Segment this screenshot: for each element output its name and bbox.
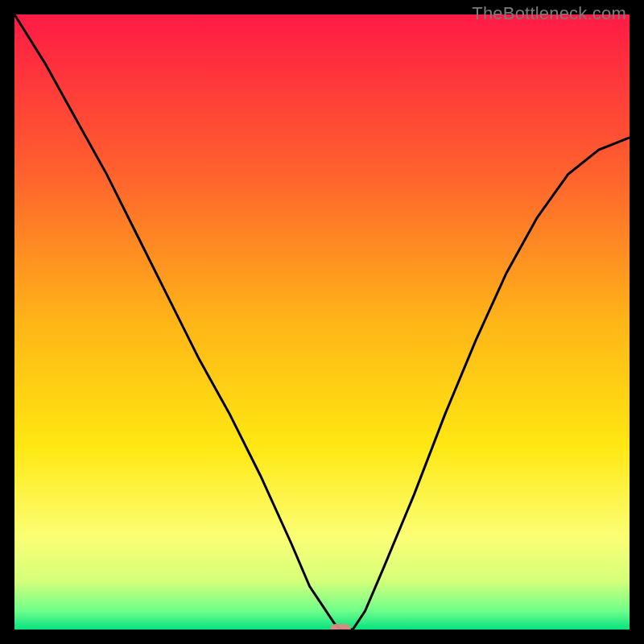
chart-frame: TheBottleneck.com <box>0 0 644 644</box>
bottleneck-curve <box>14 14 630 630</box>
watermark-text: TheBottleneck.com <box>472 3 626 24</box>
optimum-marker <box>330 624 351 630</box>
plot-area <box>14 14 630 630</box>
curve-layer <box>14 14 630 630</box>
